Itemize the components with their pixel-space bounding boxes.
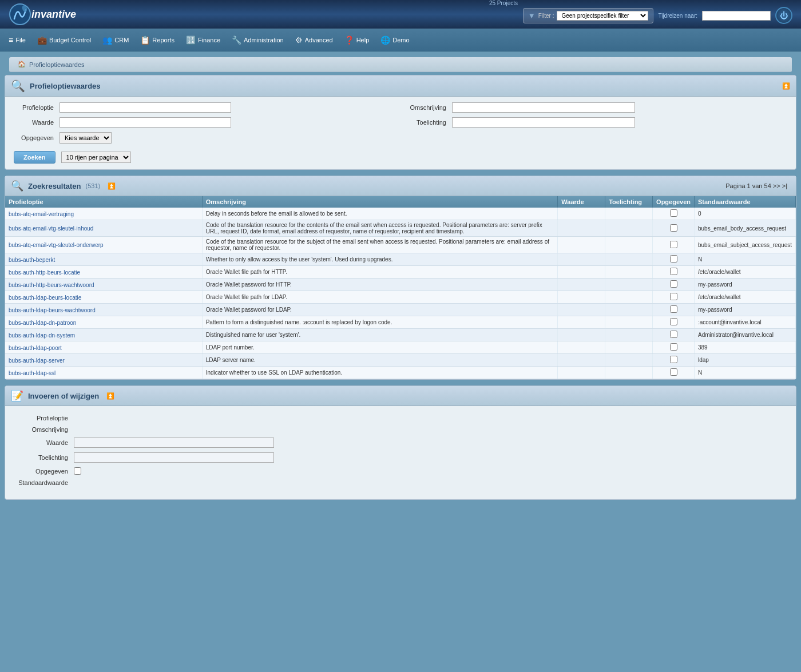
cell-omschrijving: Code of the translation resource for the… (202, 220, 558, 237)
cell-waarde (558, 266, 605, 279)
edit-toelichting-input[interactable] (74, 452, 274, 463)
cell-waarde (558, 329, 605, 341)
profieloptie-input[interactable] (60, 102, 231, 113)
breadcrumb: 🏠 Profieloptiewaardes (9, 57, 792, 72)
profieloptie-link[interactable]: bubs-auth-ldap-dn-system (9, 332, 75, 339)
edit-waarde-input[interactable] (74, 438, 274, 448)
cell-standaard: bubs_email_subject_access_request (695, 237, 796, 253)
table-row: bubs-atq-email-vtg-sleutel-inhoud Code o… (5, 220, 796, 237)
profieloptie-link[interactable]: bubs-atq-email-vertraging (9, 211, 74, 217)
opgegeven-checkbox[interactable] (670, 331, 677, 338)
col-toelichting: Toelichting (605, 196, 653, 208)
cell-opgegeven (653, 354, 695, 367)
nav-item-help[interactable]: ❓ Help (339, 33, 375, 47)
nav-label-file: File (15, 37, 26, 43)
results-collapse-icon[interactable]: ⏫ (108, 182, 116, 190)
table-row: bubs-auth-ldap-server LDAP server name. … (5, 354, 796, 367)
profieloptie-link[interactable]: bubs-auth-ldap-ssl (9, 370, 55, 376)
profieloptie-link[interactable]: bubs-auth-ldap-dn-patroon (9, 320, 76, 326)
cell-opgegeven (653, 220, 695, 237)
cell-omschrijving: Oracle Wallet password for HTTP. (202, 279, 558, 291)
omschrijving-label: Omschrijving (406, 104, 446, 111)
profieloptie-link[interactable]: bubs-auth-ldap-poort (9, 345, 62, 351)
col-omschrijving: Omschrijving (202, 196, 558, 208)
nav-item-advanced[interactable]: ⚙ Advanced (290, 33, 339, 47)
tijdreizen-input[interactable] (702, 11, 771, 21)
opgegeven-checkbox[interactable] (670, 343, 677, 351)
nav-item-demo[interactable]: 🌐 Demo (375, 33, 415, 47)
profieloptie-link[interactable]: bubs-atq-email-vtg-sleutel-onderwerp (9, 242, 104, 248)
power-button[interactable]: ⏻ (775, 7, 792, 24)
opgegeven-checkbox[interactable] (670, 268, 677, 275)
rows-per-page-select[interactable]: 10 rijen per pagina 25 rijen per pagina … (61, 152, 131, 163)
results-panel: 🔍 Zoekresultaten (531) ⏫ Pagina 1 van 54… (5, 176, 796, 380)
search-panel-icon: 🔍 (11, 79, 25, 93)
cell-standaard: 389 (695, 341, 796, 354)
opgegeven-checkbox[interactable] (670, 255, 677, 263)
omschrijving-row: Omschrijving (406, 102, 787, 113)
profieloptie-link[interactable]: bubs-atq-email-vtg-sleutel-inhoud (9, 225, 93, 232)
toelichting-input[interactable] (452, 117, 635, 128)
filter-select[interactable]: Geen projectspecifiek filter (557, 11, 648, 21)
waarde-input[interactable] (60, 117, 231, 128)
opgegeven-checkbox[interactable] (670, 241, 677, 248)
opgegeven-checkbox[interactable] (670, 280, 677, 288)
cell-omschrijving: Whether to only allow access by the user… (202, 253, 558, 266)
profieloptie-link[interactable]: bubs-auth-ldap-beurs-locatie (9, 295, 81, 301)
waarde-label: Waarde (14, 119, 54, 126)
toelichting-label: Toelichting (406, 119, 446, 126)
nav-item-administration[interactable]: 🔧 Administration (226, 33, 290, 47)
reports-icon: 📋 (140, 35, 150, 45)
edit-opgegeven-checkbox[interactable] (74, 467, 81, 475)
nav-item-finance[interactable]: 🔢 Finance (180, 33, 226, 47)
cell-standaard: Administrator@invantive.local (695, 329, 796, 341)
cell-waarde (558, 367, 605, 379)
opgegeven-checkbox[interactable] (670, 368, 677, 376)
opgegeven-row: Opgegeven Kies waarde (14, 132, 395, 144)
nav-item-crm[interactable]: 👥 CRM (97, 33, 134, 47)
omschrijving-input[interactable] (452, 102, 635, 113)
cell-waarde (558, 208, 605, 220)
nav-item-reports[interactable]: 📋 Reports (134, 33, 180, 47)
profieloptie-link[interactable]: bubs-auth-http-beurs-locatie (9, 269, 80, 276)
profieloptie-link[interactable]: bubs-auth-http-beurs-wachtwoord (9, 282, 94, 288)
nav-label-finance: Finance (198, 37, 220, 43)
opgegeven-checkbox[interactable] (670, 356, 677, 363)
nav-bar: ≡ File 💼 Budget Control 👥 CRM 📋 Reports … (0, 29, 801, 51)
opgegeven-checkbox[interactable] (670, 209, 677, 217)
cell-profieloptie: bubs-auth-ldap-server (5, 354, 202, 367)
profieloptie-row: Profieloptie (14, 102, 395, 113)
search-button[interactable]: Zoeken (14, 151, 55, 164)
results-table-wrapper: Profieloptie Omschrijving Waarde Toelich… (5, 196, 796, 379)
opgegeven-checkbox[interactable] (670, 318, 677, 325)
cell-profieloptie: bubs-auth-ldap-dn-patroon (5, 316, 202, 329)
nav-item-budget[interactable]: 💼 Budget Control (31, 33, 97, 47)
profieloptie-link[interactable]: bubs-auth-ldap-beurs-wachtwoord (9, 307, 96, 313)
cell-toelichting (605, 253, 653, 266)
table-row: bubs-auth-beperkt Whether to only allow … (5, 253, 796, 266)
administration-icon: 🔧 (232, 35, 241, 45)
cell-standaard: 0 (695, 208, 796, 220)
profieloptie-link[interactable]: bubs-auth-beperkt (9, 257, 55, 263)
nav-item-file[interactable]: ≡ File (3, 33, 31, 47)
cell-omschrijving: Oracle Wallet file path for LDAP. (202, 291, 558, 304)
edit-opgegeven-row: Opgegeven (17, 467, 784, 475)
col-profieloptie: Profieloptie (5, 196, 202, 208)
cell-opgegeven (653, 237, 695, 253)
table-row: bubs-atq-email-vertraging Delay in secon… (5, 208, 796, 220)
edit-collapse-icon[interactable]: ⏫ (106, 392, 114, 400)
edit-panel: 📝 Invoeren of wijzigen ⏫ Profieloptie Om… (5, 385, 796, 500)
table-row: bubs-auth-ldap-beurs-wachtwoord Oracle W… (5, 304, 796, 316)
collapse-icon[interactable]: ⏫ (782, 82, 790, 90)
edit-waarde-label: Waarde (17, 439, 74, 446)
opgegeven-select[interactable]: Kies waarde (60, 132, 112, 144)
opgegeven-checkbox[interactable] (670, 293, 677, 300)
edit-toelichting-label: Toelichting (17, 454, 74, 461)
opgegeven-checkbox[interactable] (670, 224, 677, 232)
opgegeven-checkbox[interactable] (670, 305, 677, 313)
cell-opgegeven (653, 253, 695, 266)
cell-profieloptie: bubs-atq-email-vtg-sleutel-inhoud (5, 220, 202, 237)
cell-waarde (558, 354, 605, 367)
profieloptie-link[interactable]: bubs-auth-ldap-server (9, 357, 65, 364)
table-row: bubs-auth-http-beurs-wachtwoord Oracle W… (5, 279, 796, 291)
